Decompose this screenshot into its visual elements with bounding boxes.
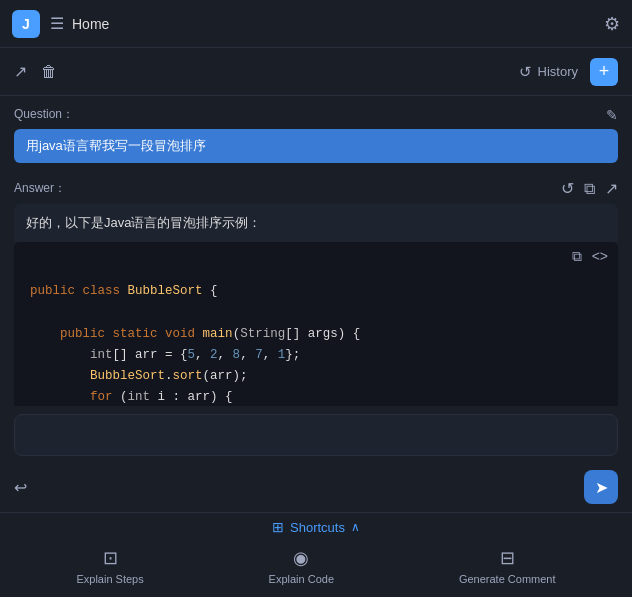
question-section: Question： ✎ 用java语言帮我写一段冒泡排序: [0, 96, 632, 169]
chevron-up-icon: ∧: [351, 520, 360, 534]
input-section: [0, 406, 632, 464]
generate-comment-label: Generate Comment: [459, 573, 556, 585]
undo-icon[interactable]: ↩: [14, 478, 27, 497]
shortcuts-items: ⊡ Explain Steps ◉ Explain Code ⊟ Generat…: [14, 543, 618, 593]
answer-icons: ↺ ⧉ ↗: [561, 179, 618, 198]
question-label: Question：: [14, 106, 74, 123]
answer-label: Answer：: [14, 180, 66, 197]
answer-section: Answer： ↺ ⧉ ↗ 好的，以下是Java语言的冒泡排序示例： ⧉ <> …: [0, 169, 632, 406]
history-button[interactable]: ↺ History: [519, 63, 578, 81]
history-icon: ↺: [519, 63, 532, 81]
shortcut-explain-code[interactable]: ◉ Explain Code: [259, 543, 344, 589]
hamburger-icon[interactable]: ☰: [50, 14, 64, 33]
header: J ☰ Home ⚙: [0, 0, 632, 48]
share-icon[interactable]: ↗: [14, 62, 27, 81]
question-label-row: Question： ✎: [14, 106, 618, 123]
shortcuts-bar: ⊞ Shortcuts ∧ ⊡ Explain Steps ◉ Explain …: [0, 512, 632, 597]
code-header: ⧉ <>: [14, 242, 618, 271]
gear-icon[interactable]: ⚙: [604, 13, 620, 35]
answer-intro: 好的，以下是Java语言的冒泡排序示例：: [14, 204, 618, 242]
code-copy-icon[interactable]: ⧉: [572, 248, 582, 265]
toolbar-left: ↗ 🗑: [14, 62, 519, 81]
trash-icon[interactable]: 🗑: [41, 63, 57, 81]
share-answer-icon[interactable]: ↗: [605, 179, 618, 198]
copy-icon[interactable]: ⧉: [584, 180, 595, 198]
input-actions: ↩ ➤: [0, 464, 632, 512]
code-expand-icon[interactable]: <>: [592, 248, 608, 265]
avatar: J: [12, 10, 40, 38]
page-title: Home: [72, 16, 604, 32]
send-button[interactable]: ➤: [584, 470, 618, 504]
generate-comment-icon: ⊟: [500, 547, 515, 569]
question-text: 用java语言帮我写一段冒泡排序: [14, 129, 618, 163]
explain-steps-icon: ⊡: [103, 547, 118, 569]
add-button[interactable]: +: [590, 58, 618, 86]
shortcuts-icon: ⊞: [272, 519, 284, 535]
shortcuts-label: Shortcuts: [290, 520, 345, 535]
explain-code-label: Explain Code: [269, 573, 334, 585]
code-block: ⧉ <> public class BubbleSort { public st…: [14, 242, 618, 406]
toolbar-right: ↺ History +: [519, 58, 618, 86]
shortcut-explain-steps[interactable]: ⊡ Explain Steps: [66, 543, 153, 589]
toolbar: ↗ 🗑 ↺ History +: [0, 48, 632, 96]
main-content: Question： ✎ 用java语言帮我写一段冒泡排序 Answer： ↺ ⧉…: [0, 96, 632, 406]
history-label: History: [538, 64, 578, 79]
question-input[interactable]: [14, 414, 618, 456]
shortcuts-header[interactable]: ⊞ Shortcuts ∧: [14, 519, 618, 535]
edit-icon[interactable]: ✎: [606, 107, 618, 123]
refresh-icon[interactable]: ↺: [561, 179, 574, 198]
answer-label-row: Answer： ↺ ⧉ ↗: [14, 179, 618, 198]
shortcut-generate-comment[interactable]: ⊟ Generate Comment: [449, 543, 566, 589]
explain-code-icon: ◉: [293, 547, 309, 569]
code-content: public class BubbleSort { public static …: [14, 271, 618, 406]
explain-steps-label: Explain Steps: [76, 573, 143, 585]
